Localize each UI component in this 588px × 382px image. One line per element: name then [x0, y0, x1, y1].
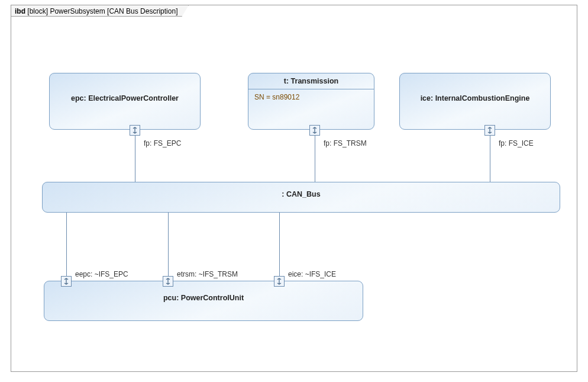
label-epc-fp: fp: FS_EPC: [144, 139, 181, 147]
block-epc[interactable]: epc: ElectricalPowerController: [49, 73, 201, 130]
block-transmission-title: t: Transmission: [248, 73, 374, 89]
port-pcu-etrsm[interactable]: [163, 276, 173, 287]
block-canbus[interactable]: : CAN_Bus: [42, 182, 560, 213]
flowport-icon: [131, 127, 138, 134]
port-t-fp[interactable]: [309, 125, 320, 136]
block-transmission-attr: SN = sn89012: [248, 89, 374, 105]
block-ice[interactable]: ice: InternalCombustionEngine: [399, 73, 551, 130]
port-pcu-eice[interactable]: [274, 276, 285, 287]
connector-epc-to-canbus[interactable]: [135, 136, 135, 182]
label-ice-fp: fp: FS_ICE: [499, 139, 534, 147]
connector-ice-to-canbus[interactable]: [490, 136, 490, 182]
block-transmission[interactable]: t: Transmission SN = sn89012: [248, 73, 374, 130]
port-epc-fp[interactable]: [130, 125, 140, 136]
block-pcu[interactable]: pcu: PowerControlUnit: [44, 281, 363, 321]
port-pcu-eepc[interactable]: [61, 276, 72, 287]
connector-canbus-to-eice[interactable]: [279, 213, 280, 276]
connector-t-to-canbus[interactable]: [315, 136, 315, 182]
diagram-canvas[interactable]: epc: ElectricalPowerController fp: FS_EP…: [11, 5, 577, 371]
label-pcu-etrsm: etrsm: ~IFS_TRSM: [177, 270, 238, 278]
block-pcu-title: pcu: PowerControlUnit: [44, 281, 363, 314]
flowport-icon: [311, 127, 318, 134]
connector-canbus-to-eepc[interactable]: [66, 213, 67, 276]
port-ice-fp[interactable]: [484, 125, 495, 136]
flowport-icon: [276, 278, 283, 285]
diagram-frame: ibd [block] PowerSubsystem [CAN Bus Desc…: [11, 5, 577, 372]
flowport-icon: [486, 127, 493, 134]
flowport-icon: [63, 278, 70, 285]
block-canbus-title: : CAN_Bus: [43, 182, 560, 206]
label-pcu-eice: eice: ~IFS_ICE: [288, 270, 336, 278]
connector-canbus-to-etrsm[interactable]: [168, 213, 169, 276]
block-epc-title: epc: ElectricalPowerController: [50, 73, 200, 123]
label-pcu-eepc: eepc: ~IFS_EPC: [75, 270, 128, 278]
label-t-fp: fp: FS_TRSM: [324, 139, 367, 147]
flowport-icon: [164, 278, 172, 285]
block-ice-title: ice: InternalCombustionEngine: [400, 73, 550, 123]
